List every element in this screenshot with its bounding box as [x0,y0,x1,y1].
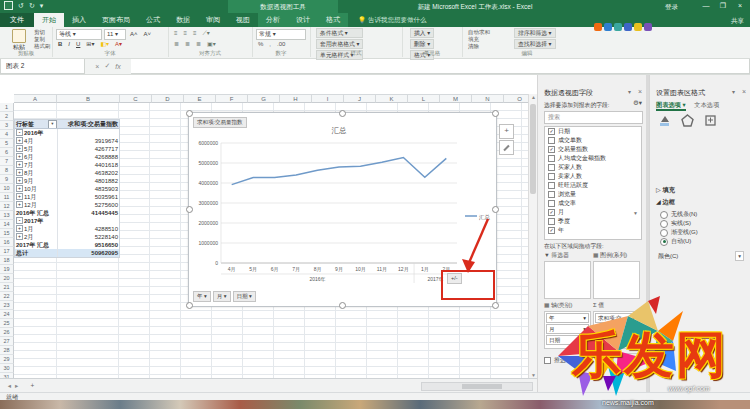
row-header-29[interactable]: 29 [0,355,14,364]
decimal-icons[interactable]: .00 [275,40,287,49]
row-header-10[interactable]: 10 [0,184,14,193]
redo-icon[interactable]: ↻ [29,2,35,10]
pivot-row[interactable]: 2016年 汇总41445445 [15,209,119,217]
pivot-row[interactable]: +2月5228140 [15,233,119,241]
cancel-icon[interactable]: × [95,63,99,70]
tab-分析[interactable]: 分析 [258,13,288,27]
editing-查找和选择[interactable]: 查找和选择 ▾ [514,39,556,49]
row-header-17[interactable]: 17 [0,247,14,256]
expand-icon[interactable]: + [16,153,23,160]
comma-style-icon[interactable]: , [267,40,273,49]
paste-button[interactable]: 粘贴 [6,29,32,50]
row-header-1[interactable]: 1 [0,103,14,112]
font-color-icon[interactable]: A▾ [113,40,124,49]
border-option-无线条(N)[interactable]: 无线条(N) [660,210,698,219]
pivot-row[interactable]: +7月4401618 [15,161,119,169]
pivot-row[interactable]: -2016年 [15,129,119,137]
section-fill[interactable]: ▷ 填充 [656,186,675,195]
field-item-交易量指数[interactable]: ✓交易量指数 [545,145,641,154]
tab-插入[interactable]: 插入 [64,13,94,27]
orientation-icon[interactable]: ⟋▾ [201,29,212,38]
row-header-19[interactable]: 19 [0,265,14,274]
star-icon[interactable] [634,23,642,31]
editing-item-自动求和[interactable]: 自动求和 [468,29,490,36]
border-option-实线(S)[interactable]: 实线(S) [660,219,698,228]
column-header-D[interactable]: D [152,94,184,103]
undo-icon[interactable]: ↺ [18,2,24,10]
expand-icon[interactable]: + [16,145,23,152]
row-header-4[interactable]: 4 [0,130,14,139]
number-format-combo[interactable]: 常规 ▾ [256,29,306,40]
qat-dropdown-icon[interactable]: ▾ [40,2,44,10]
field-checkbox[interactable]: ✓ [548,146,555,153]
capture-icon[interactable] [594,23,602,31]
row-header-25[interactable]: 25 [0,319,14,328]
chart-selection-handle[interactable] [492,302,499,309]
row-header-8[interactable]: 8 [0,166,14,175]
pivot-row[interactable]: +6月4268888 [15,153,119,161]
styles-套用表格格式[interactable]: 套用表格格式 ▾ [316,39,363,49]
field-item-成交单数[interactable]: 成交单数 [545,136,641,145]
field-checkbox[interactable] [548,137,555,144]
pivot-row[interactable]: 总计50962095 [15,249,119,257]
pivot-row[interactable]: +9月4801882 [15,177,119,185]
row-header-23[interactable]: 23 [0,301,14,310]
pivot-row[interactable]: 2017年 汇总9516650 [15,241,119,249]
italic-button[interactable]: I [66,40,72,49]
align-center-icon[interactable]: ≣ [183,40,192,49]
chart-selection-handle[interactable] [186,206,193,213]
expand-icon[interactable]: + [16,169,23,176]
column-header-E[interactable]: E [184,94,216,103]
column-header-A[interactable]: A [14,94,57,103]
field-item-成交率[interactable]: 成交率 [545,199,641,208]
row-header-22[interactable]: 22 [0,292,14,301]
expand-icon[interactable]: + [16,201,23,208]
effects-icon[interactable] [681,114,694,127]
row-header-14[interactable]: 14 [0,220,14,229]
cells-删除[interactable]: 删除 ▾ [410,39,434,49]
area-box-filters[interactable] [544,261,591,299]
field-item-年[interactable]: ✓年 [545,226,641,235]
enter-icon[interactable]: ✓ [104,62,110,70]
row-header-3[interactable]: 3 [0,121,14,130]
field-checkbox[interactable] [548,164,555,171]
clipboard-item-复制[interactable]: 复制 [34,36,51,43]
row-header-28[interactable]: 28 [0,346,14,355]
editing-item-清除[interactable]: 清除 [468,43,490,50]
chart-axis-field-button-月[interactable]: 月 ▾ [213,291,231,302]
fx-icon[interactable]: fx [115,63,120,70]
pivot-row[interactable]: +1月4288510 [15,225,119,233]
align-left-icon[interactable]: ≣ [172,40,181,49]
field-checkbox[interactable] [548,182,555,189]
clipboard-item-剪切[interactable]: 剪切 [34,29,51,36]
row-header-18[interactable]: 18 [0,256,14,265]
chart-selection-handle[interactable] [492,110,499,117]
field-checkbox[interactable] [548,173,555,180]
vertical-scroll-thumb[interactable] [530,104,536,194]
chart-selection-handle[interactable] [339,302,346,309]
row-header-12[interactable]: 12 [0,202,14,211]
formula-input[interactable] [131,58,750,74]
column-header-O[interactable]: O [504,94,528,103]
expand-icon[interactable]: + [16,161,23,168]
collapse-icon[interactable]: - [16,217,23,224]
chart-selection-handle[interactable] [339,110,346,117]
pivot-chart[interactable]: 0100000020000003000000400000050000006000… [188,112,497,307]
grow-font-icon[interactable]: A˄ [128,30,140,39]
minimize-button[interactable]: — [698,0,714,13]
pivot-row[interactable]: +4月3919674 [15,137,119,145]
expand-icon[interactable]: + [16,233,23,240]
row-header-7[interactable]: 7 [0,157,14,166]
tab-text-options[interactable]: 文本选项 [694,101,719,108]
row-header-27[interactable]: 27 [0,337,14,346]
row-header-26[interactable]: 26 [0,328,14,337]
field-checkbox[interactable]: ✓ [548,227,555,234]
align-bottom-icon[interactable]: ≡ [191,29,199,38]
border-option-渐变线(G)[interactable]: 渐变线(G) [660,228,698,237]
percent-style-icon[interactable]: % [256,40,265,49]
cells-插入[interactable]: 插入 ▾ [410,28,434,38]
column-header-H[interactable]: H [280,94,312,103]
tab-文件[interactable]: 文件 [0,13,34,27]
row-header-16[interactable]: 16 [0,238,14,247]
field-checkbox[interactable] [548,218,555,225]
